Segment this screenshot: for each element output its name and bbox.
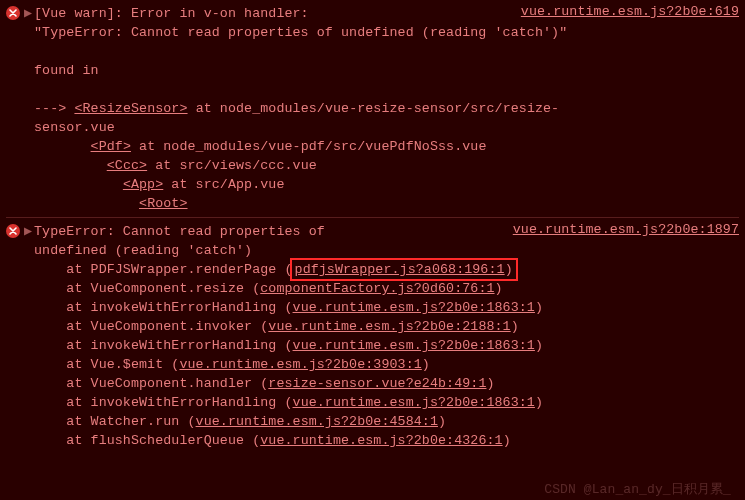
stack-line: at PDFJSWrapper.renderPage ( xyxy=(34,262,293,277)
source-link[interactable]: vue.runtime.esm.js?2b0e:1897 xyxy=(513,222,739,237)
stack-link[interactable]: vue.runtime.esm.js?2b0e:3903:1 xyxy=(179,357,421,372)
stack-link[interactable]: vue.runtime.esm.js?2b0e:1863:1 xyxy=(293,300,535,315)
source-link[interactable]: vue.runtime.esm.js?2b0e:619 xyxy=(521,4,739,19)
stack-close: ) xyxy=(535,395,543,410)
stack-link[interactable]: vue.runtime.esm.js?2b0e:1863:1 xyxy=(293,395,535,410)
stack-line: at VueComponent.handler ( xyxy=(34,376,268,391)
error-text: undefined (reading 'catch') xyxy=(34,243,252,258)
component-path: at src/views/ccc.vue xyxy=(147,158,317,173)
stack-line: at Vue.$emit ( xyxy=(34,357,179,372)
expand-caret[interactable]: ▶ xyxy=(24,5,34,21)
log-message: [Vue warn]: Error in v-on handler: "Type… xyxy=(34,4,739,213)
component-path: at node_modules/vue-pdf/src/vuePdfNoSss.… xyxy=(131,139,487,154)
expand-caret[interactable]: ▶ xyxy=(24,223,34,239)
stack-line: at flushSchedulerQueue ( xyxy=(34,433,260,448)
stack-line: at VueComponent.invoker ( xyxy=(34,319,268,334)
stack-line: at VueComponent.resize ( xyxy=(34,281,260,296)
stack-close: ) xyxy=(438,414,446,429)
component-tag[interactable]: <Pdf> xyxy=(91,139,131,154)
warn-prefix: [Vue warn]: Error in v-on handler: xyxy=(34,6,317,21)
component-path: at src/App.vue xyxy=(163,177,284,192)
stack-link[interactable]: pdfjsWrapper.js?a068:196:1 xyxy=(295,262,505,277)
stack-link[interactable]: vue.runtime.esm.js?2b0e:4326:1 xyxy=(260,433,502,448)
stack-close: ) xyxy=(503,433,511,448)
stack-close: ) xyxy=(511,319,519,334)
error-icon xyxy=(6,224,20,238)
log-entry: ▶ [Vue warn]: Error in v-on handler: "Ty… xyxy=(6,0,739,217)
stack-line: at Watcher.run ( xyxy=(34,414,196,429)
stack-close: ) xyxy=(486,376,494,391)
component-tag[interactable]: <App> xyxy=(123,177,163,192)
stack-close: ) xyxy=(505,262,513,277)
component-tag[interactable]: <Root> xyxy=(139,196,187,211)
error-icon xyxy=(6,6,20,20)
component-tag[interactable]: <ResizeSensor> xyxy=(74,101,187,116)
stack-link[interactable]: componentFactory.js?0d60:76:1 xyxy=(260,281,494,296)
stack-link[interactable]: vue.runtime.esm.js?2b0e:2188:1 xyxy=(268,319,510,334)
log-entry: ▶ TypeError: Cannot read properties of u… xyxy=(6,217,739,454)
found-in-label: found in xyxy=(34,63,99,78)
stack-close: ) xyxy=(495,281,503,296)
stack-line: at invokeWithErrorHandling ( xyxy=(34,300,293,315)
stack-link[interactable]: resize-sensor.vue?e24b:49:1 xyxy=(268,376,486,391)
component-path: at node_modules/vue-resize-sensor/src/re… xyxy=(188,101,560,116)
tree-arrow: ---> xyxy=(34,101,66,116)
component-tag[interactable]: <Ccc> xyxy=(107,158,147,173)
error-text: TypeError: Cannot read properties of xyxy=(34,224,333,239)
stack-close: ) xyxy=(535,338,543,353)
stack-close: ) xyxy=(422,357,430,372)
stack-line: at invokeWithErrorHandling ( xyxy=(34,338,293,353)
stack-link[interactable]: vue.runtime.esm.js?2b0e:1863:1 xyxy=(293,338,535,353)
console-panel: ▶ [Vue warn]: Error in v-on handler: "Ty… xyxy=(0,0,745,458)
watermark-text: CSDN @Lan_an_dy_日积月累_ xyxy=(544,480,731,498)
warn-message: "TypeError: Cannot read properties of un… xyxy=(34,25,567,40)
log-message: TypeError: Cannot read properties of und… xyxy=(34,222,739,450)
component-path-wrap: sensor.vue xyxy=(34,120,115,135)
stack-close: ) xyxy=(535,300,543,315)
stack-line: at invokeWithErrorHandling ( xyxy=(34,395,293,410)
stack-link[interactable]: vue.runtime.esm.js?2b0e:4584:1 xyxy=(196,414,438,429)
highlight-box: pdfjsWrapper.js?a068:196:1) xyxy=(290,258,518,281)
